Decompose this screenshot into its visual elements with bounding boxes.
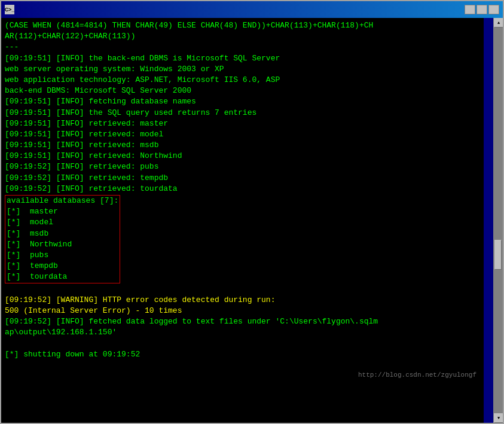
- scroll-down-button[interactable]: ▼: [494, 413, 503, 423]
- close-button[interactable]: [488, 5, 499, 14]
- title-bar: C>_: [1, 1, 503, 18]
- window-controls: [465, 5, 499, 14]
- terminal-pre: (CASE WHEN (4814=4814) THEN CHAR(49) ELS…: [5, 20, 479, 371]
- terminal-wrapper: (CASE WHEN (4814=4814) THEN CHAR(49) ELS…: [1, 18, 503, 423]
- scrollbar[interactable]: ▲ ▼: [493, 18, 503, 423]
- maximize-button[interactable]: [476, 5, 487, 14]
- scroll-up-button[interactable]: ▲: [494, 18, 503, 28]
- main-window: C>_ (CASE WHEN (4814=4814) THEN CHAR(49)…: [0, 0, 504, 424]
- minimize-button[interactable]: [465, 5, 475, 14]
- terminal-output[interactable]: (CASE WHEN (4814=4814) THEN CHAR(49) ELS…: [1, 18, 484, 423]
- scrollbar-thumb[interactable]: [494, 240, 502, 270]
- scrollbar-track[interactable]: [494, 28, 503, 413]
- window-icon: C>_: [5, 5, 14, 14]
